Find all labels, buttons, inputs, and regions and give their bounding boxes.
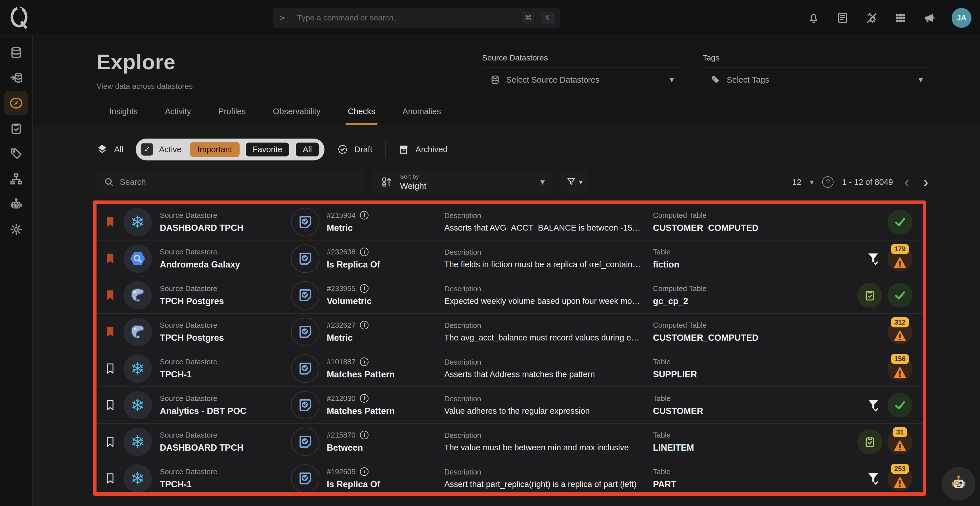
- sidebar-item-settings[interactable]: [4, 217, 29, 242]
- datastore-name[interactable]: DASHBOARD TPCH: [160, 223, 243, 233]
- theme-toggle-icon[interactable]: [865, 11, 878, 25]
- datastore-name[interactable]: DASHBOARD TPCH: [160, 443, 243, 453]
- important-chip[interactable]: Important: [190, 142, 240, 157]
- notifications-bell-icon[interactable]: [807, 11, 821, 25]
- assistant-robot-button[interactable]: [942, 467, 975, 500]
- anomaly-count-icon[interactable]: 156: [888, 356, 912, 381]
- next-page-button[interactable]: ›: [921, 176, 931, 188]
- container-name[interactable]: LINEITEM: [653, 443, 858, 453]
- anomaly-count-icon[interactable]: 312: [888, 320, 912, 344]
- filter-draft[interactable]: Draft: [337, 144, 372, 155]
- tab-profiles[interactable]: Profiles: [218, 107, 246, 125]
- container-name[interactable]: CUSTOMER_COMPUTED: [653, 333, 858, 343]
- datastore-name[interactable]: TPCH-1: [160, 369, 217, 380]
- sort-by-select[interactable]: Sort by Weight ▼: [373, 170, 552, 194]
- apps-grid-icon[interactable]: [894, 11, 907, 25]
- container-name[interactable]: CUSTOMER: [653, 406, 858, 416]
- info-icon[interactable]: i: [360, 284, 369, 293]
- bookmark-cell[interactable]: [97, 363, 124, 374]
- check-type[interactable]: Volumetric: [327, 296, 372, 306]
- container-name[interactable]: fiction: [653, 259, 858, 270]
- active-checkbox[interactable]: ✓: [141, 143, 153, 156]
- user-avatar[interactable]: JA: [951, 8, 972, 28]
- table-row[interactable]: Source Datastore TPCH Postgres #232627 i…: [97, 314, 923, 350]
- info-icon[interactable]: i: [360, 431, 369, 439]
- all-chip[interactable]: All: [295, 142, 319, 157]
- source-datastores-select[interactable]: Select Source Datastores ▼: [482, 68, 682, 92]
- passed-check-icon[interactable]: [888, 210, 912, 234]
- sidebar-item-bots[interactable]: [4, 192, 29, 216]
- passed-check-icon[interactable]: [888, 283, 912, 308]
- tab-activity[interactable]: Activity: [165, 107, 191, 125]
- sidebar-item-datastores[interactable]: [4, 40, 29, 65]
- filtered-anomalies-icon[interactable]: [864, 469, 882, 487]
- info-icon[interactable]: i: [360, 394, 369, 403]
- check-type[interactable]: Metric: [327, 223, 369, 233]
- bookmark-cell[interactable]: [97, 216, 124, 228]
- info-icon[interactable]: i: [360, 321, 369, 329]
- table-row[interactable]: ❄ Source Datastore TPCH-1 #192605: [97, 460, 923, 496]
- bookmark-cell[interactable]: [97, 253, 124, 265]
- page-size-value[interactable]: 12: [792, 177, 801, 187]
- tab-anomalies[interactable]: Anomalies: [402, 107, 441, 125]
- quality-check-icon[interactable]: [858, 283, 882, 308]
- container-name[interactable]: SUPPLIER: [653, 369, 858, 380]
- filter-all[interactable]: All: [97, 144, 123, 155]
- check-type[interactable]: Is Replica Of: [327, 259, 380, 270]
- tab-insights[interactable]: Insights: [109, 107, 138, 125]
- qualytics-logo[interactable]: [7, 5, 31, 31]
- anomaly-count-icon[interactable]: 31: [888, 429, 912, 454]
- datastore-name[interactable]: TPCH-1: [160, 479, 217, 490]
- info-icon[interactable]: i: [360, 467, 369, 476]
- datastore-name[interactable]: TPCH Postgres: [160, 296, 224, 306]
- datastore-name[interactable]: Andromeda Galaxy: [160, 259, 240, 270]
- container-name[interactable]: CUSTOMER_COMPUTED: [653, 223, 858, 233]
- check-type[interactable]: Is Replica Of: [327, 479, 380, 490]
- bookmark-cell[interactable]: [97, 399, 124, 411]
- table-row[interactable]: ❄ Source Datastore DASHBOARD TPCH #21587…: [97, 424, 923, 460]
- sidebar-item-explore[interactable]: [4, 91, 29, 115]
- tab-observability[interactable]: Observability: [273, 107, 321, 125]
- release-notes-icon[interactable]: [836, 11, 850, 25]
- table-row[interactable]: ❄ Source Datastore TPCH-1 #101887: [97, 350, 923, 387]
- filtered-anomalies-icon[interactable]: [864, 396, 882, 414]
- bookmark-cell[interactable]: [97, 290, 124, 301]
- anomaly-count-icon[interactable]: 179: [888, 246, 912, 271]
- tags-select[interactable]: Select Tags ▼: [703, 68, 931, 92]
- sidebar-item-checks[interactable]: [4, 116, 29, 140]
- check-type[interactable]: Metric: [327, 333, 369, 343]
- sidebar-item-source-datastores[interactable]: [4, 65, 29, 90]
- check-type[interactable]: Between: [327, 443, 369, 453]
- previous-page-button[interactable]: ‹: [901, 176, 912, 188]
- container-name[interactable]: gc_cp_2: [653, 296, 858, 306]
- table-row[interactable]: Source Datastore Andromeda Galaxy #23263…: [97, 240, 923, 277]
- tab-checks[interactable]: Checks: [348, 107, 375, 125]
- table-row[interactable]: ❄ Source Datastore DASHBOARD TPCH #21590…: [97, 204, 923, 240]
- command-palette[interactable]: >_ Type a command or search... ⌘ K: [273, 8, 560, 28]
- info-icon[interactable]: i: [360, 211, 369, 220]
- filter-button[interactable]: ▼: [561, 170, 588, 194]
- bookmark-cell[interactable]: [97, 436, 124, 448]
- table-row[interactable]: Source Datastore TPCH Postgres #233955 i…: [97, 277, 923, 314]
- container-name[interactable]: PART: [653, 479, 858, 490]
- filtered-anomalies-icon[interactable]: [864, 250, 882, 268]
- bookmark-cell[interactable]: [97, 326, 124, 338]
- anomaly-count-icon[interactable]: 253: [888, 466, 912, 491]
- quality-check-icon[interactable]: [858, 429, 882, 454]
- favorite-chip[interactable]: Favorite: [245, 142, 290, 157]
- passed-check-icon[interactable]: [888, 393, 912, 418]
- announcements-icon[interactable]: [923, 11, 936, 25]
- info-icon[interactable]: i: [360, 248, 369, 256]
- check-type[interactable]: Matches Pattern: [327, 369, 395, 380]
- bookmark-cell[interactable]: [97, 473, 124, 484]
- table-row[interactable]: ❄ Source Datastore Analytics - DBT POC #…: [97, 387, 923, 424]
- help-icon[interactable]: ?: [822, 176, 834, 188]
- search-input[interactable]: [120, 177, 358, 187]
- info-icon[interactable]: i: [360, 358, 369, 366]
- sidebar-item-tags[interactable]: [4, 142, 29, 166]
- datastore-name[interactable]: TPCH Postgres: [160, 333, 224, 343]
- filter-archived[interactable]: Archived: [398, 144, 448, 155]
- datastore-name[interactable]: Analytics - DBT POC: [160, 406, 247, 416]
- sidebar-item-lineage[interactable]: [4, 167, 29, 191]
- check-type[interactable]: Matches Pattern: [327, 406, 395, 416]
